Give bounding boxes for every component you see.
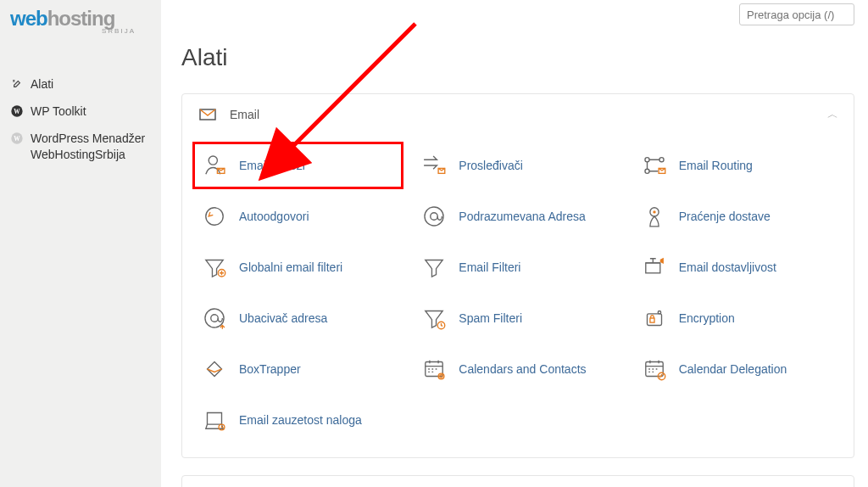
item-label: Spam Filteri	[459, 311, 522, 325]
email-grid: Email Nalozi Prosleđivači Email Routing	[192, 142, 843, 444]
chevron-up-icon: ︿	[827, 107, 838, 122]
panel-email-header[interactable]: Email ︿	[182, 94, 854, 135]
search-input[interactable]	[739, 3, 854, 25]
svg-text:W: W	[14, 108, 20, 115]
accounts-icon	[200, 151, 229, 180]
autoresponders-icon	[200, 202, 229, 231]
item-global-filters[interactable]: Globalni email filteri	[192, 244, 403, 291]
sidebar-item-label: Alati	[31, 76, 53, 92]
svg-point-14	[431, 213, 438, 221]
sidebar-item-wpmanager[interactable]: W WordPress Menadžer WebHostingSrbija	[0, 125, 161, 167]
routing-icon	[640, 151, 669, 180]
forwarders-icon	[420, 151, 448, 180]
topbar	[181, 0, 854, 25]
disk-usage-icon	[200, 406, 229, 434]
global-filters-icon	[200, 253, 229, 282]
item-label: Calendars and Contacts	[459, 362, 586, 376]
panel-files: Fajlovi ︿	[181, 475, 854, 487]
panel-email-body: Email Nalozi Prosleđivači Email Routing	[182, 135, 854, 457]
item-label: Email Routing	[679, 159, 753, 172]
item-email-routing[interactable]: Email Routing	[632, 142, 843, 189]
sidebar-item-wptoolkit[interactable]: W WP Toolkit	[0, 98, 161, 125]
svg-point-8	[645, 158, 649, 162]
sidebar-item-label: WP Toolkit	[31, 104, 86, 119]
address-importer-icon	[200, 304, 229, 333]
item-label: Praćenje dostave	[679, 210, 771, 223]
logo-part2: hosting	[47, 7, 115, 30]
item-track-delivery[interactable]: Praćenje dostave	[632, 193, 843, 240]
sidebar: webhosting SRBIJA Alati W WP Toolkit W	[0, 0, 161, 487]
svg-rect-23	[650, 318, 654, 322]
item-calendars-contacts[interactable]: Calendars and Contacts	[412, 345, 623, 393]
item-autoodgovori[interactable]: Autoodgovori	[192, 193, 403, 240]
svg-point-16	[653, 210, 655, 213]
item-calendar-delegation[interactable]: Calendar Delegation	[632, 345, 843, 393]
svg-point-9	[659, 158, 664, 162]
svg-point-10	[645, 169, 649, 173]
panel-email: Email ︿ Email Nalozi Prosleđ	[181, 93, 854, 458]
item-email-filters[interactable]: Email Filteri	[412, 244, 623, 291]
sidebar-item-label: WordPress Menadžer WebHostingSrbija	[31, 131, 151, 161]
svg-point-13	[425, 207, 443, 226]
item-label: Podrazumevana Adresa	[459, 210, 585, 223]
track-delivery-icon	[640, 202, 669, 231]
boxtrapper-icon	[200, 355, 229, 383]
item-email-nalozi[interactable]: Email Nalozi	[192, 142, 403, 189]
item-label: Autoodgovori	[239, 210, 309, 223]
item-prosledjivaci[interactable]: Prosleđivači	[412, 142, 623, 189]
sidebar-nav: Alati W WP Toolkit W WordPress Menadžer …	[0, 42, 161, 168]
item-encryption[interactable]: Encryption	[632, 294, 843, 342]
logo: webhosting SRBIJA	[0, 0, 161, 42]
item-label: BoxTrapper	[239, 362, 301, 376]
item-label: Calendar Delegation	[679, 362, 787, 376]
logo-part1: web	[10, 7, 47, 30]
mail-icon	[198, 104, 218, 125]
default-address-icon	[420, 202, 448, 231]
svg-point-20	[211, 315, 219, 322]
wordpress-icon: W	[10, 132, 24, 145]
item-boxtrapper[interactable]: BoxTrapper	[192, 345, 403, 393]
item-label: Email Nalozi	[239, 159, 305, 172]
item-label: Email Filteri	[459, 260, 520, 274]
page-title: Alati	[181, 44, 854, 71]
svg-point-19	[205, 309, 224, 327]
item-spam-filters[interactable]: Spam Filteri	[412, 294, 623, 342]
item-label: Email dostavljivost	[679, 260, 776, 274]
sidebar-item-alati[interactable]: Alati	[0, 70, 161, 98]
item-disk-usage[interactable]: Email zauzetost naloga	[192, 396, 403, 444]
encryption-icon	[640, 304, 669, 333]
panel-email-title: Email	[230, 108, 815, 121]
svg-point-24	[658, 311, 660, 314]
email-filters-icon	[420, 253, 448, 282]
item-label: Email zauzetost naloga	[239, 413, 362, 427]
calendar-delegation-icon	[640, 355, 669, 383]
item-label: Globalni email filteri	[239, 260, 342, 274]
tools-icon	[10, 77, 24, 91]
deliverability-icon	[640, 253, 669, 282]
spam-filters-icon	[420, 304, 448, 333]
svg-point-5	[209, 156, 217, 165]
calendar-icon	[420, 355, 448, 383]
item-deliverability[interactable]: Email dostavljivost	[632, 244, 843, 291]
wordpress-icon: W	[10, 104, 24, 118]
svg-rect-18	[645, 263, 659, 273]
main: Alati Email ︿ Email Nalozi	[161, 0, 868, 487]
panel-files-header[interactable]: Fajlovi ︿	[182, 476, 854, 487]
svg-rect-27	[645, 362, 662, 377]
svg-text:W: W	[14, 135, 20, 143]
item-label: Prosleđivači	[459, 159, 522, 172]
item-default-address[interactable]: Podrazumevana Adresa	[412, 193, 623, 240]
item-label: Ubacivač adresa	[239, 311, 327, 325]
item-label: Encryption	[679, 311, 735, 325]
item-address-importer[interactable]: Ubacivač adresa	[192, 294, 403, 342]
